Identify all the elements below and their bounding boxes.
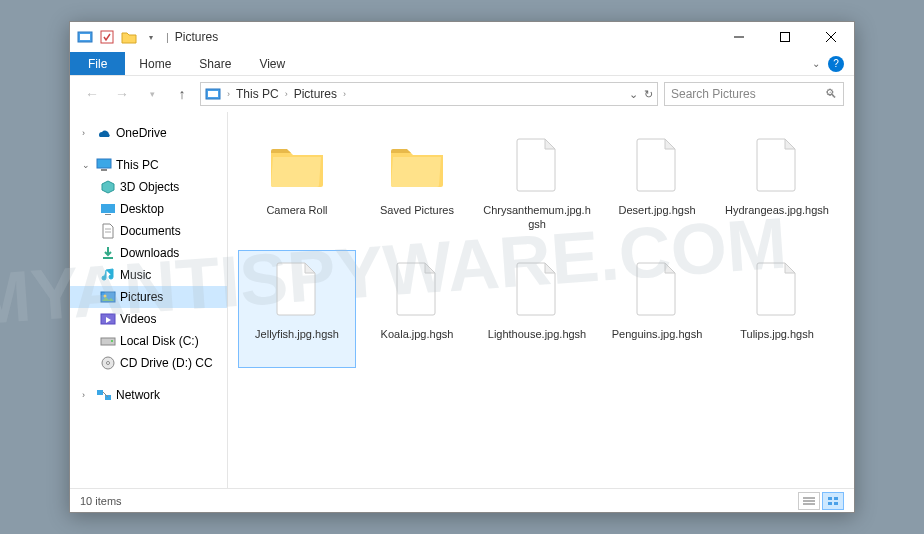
sidebar-item-network[interactable]: › Network xyxy=(70,384,227,406)
help-icon[interactable]: ? xyxy=(828,56,844,72)
ribbon-tab-view[interactable]: View xyxy=(245,52,299,75)
folder-item-saved-pictures[interactable]: Saved Pictures xyxy=(358,126,476,244)
addr-dropdown-icon[interactable]: ⌄ xyxy=(629,88,638,101)
window-title: Pictures xyxy=(175,30,218,44)
refresh-icon[interactable]: ↻ xyxy=(644,88,653,101)
ribbon-expand-icon[interactable]: ⌄ xyxy=(812,58,820,69)
sidebar-item-downloads[interactable]: Downloads xyxy=(70,242,227,264)
search-input[interactable]: Search Pictures 🔍︎ xyxy=(664,82,844,106)
item-label: Desert.jpg.hgsh xyxy=(618,203,695,217)
sidebar-item-desktop[interactable]: Desktop xyxy=(70,198,227,220)
statusbar: 10 items xyxy=(70,488,854,512)
svg-rect-11 xyxy=(101,204,115,213)
file-icon xyxy=(505,133,569,197)
svg-rect-23 xyxy=(97,390,103,395)
folder-qat-icon[interactable] xyxy=(120,28,138,46)
sidebar-label: This PC xyxy=(116,158,227,172)
sidebar-item-3d-objects[interactable]: 3D Objects xyxy=(70,176,227,198)
nav-recent-dropdown[interactable]: ▾ xyxy=(140,82,164,106)
file-icon xyxy=(625,133,689,197)
details-view-button[interactable] xyxy=(798,492,820,510)
sidebar-item-videos[interactable]: Videos xyxy=(70,308,227,330)
chevron-down-icon[interactable]: ⌄ xyxy=(82,160,92,170)
network-icon xyxy=(96,387,112,403)
chevron-icon[interactable]: › xyxy=(82,128,92,138)
sidebar-label: Pictures xyxy=(120,290,227,304)
properties-icon[interactable] xyxy=(98,28,116,46)
address-bar[interactable]: › This PC › Pictures › ⌄ ↻ xyxy=(200,82,658,106)
chevron-icon[interactable]: › xyxy=(82,390,92,400)
file-item-tulips-jpg-hgsh[interactable]: Tulips.jpg.hgsh xyxy=(718,250,836,368)
file-item-chrysanthemum-jpg-hgsh[interactable]: Chrysanthemum.jpg.hgsh xyxy=(478,126,596,244)
nav-up-button[interactable]: ↑ xyxy=(170,82,194,106)
addr-sep-2[interactable]: › xyxy=(341,89,348,99)
svg-rect-9 xyxy=(97,159,111,168)
icon-view-button[interactable] xyxy=(822,492,844,510)
status-item-count: 10 items xyxy=(80,495,122,507)
sidebar-label: Music xyxy=(120,268,227,282)
sidebar-label: Videos xyxy=(120,312,227,326)
titlebar: ▾ | Pictures xyxy=(70,22,854,52)
folder-type-icon xyxy=(100,223,116,239)
sidebar-item-onedrive[interactable]: › OneDrive xyxy=(70,122,227,144)
search-icon: 🔍︎ xyxy=(825,87,837,101)
ribbon-tab-home[interactable]: Home xyxy=(125,52,185,75)
sidebar-label: Downloads xyxy=(120,246,227,260)
body: › OneDrive ⌄ This PC 3D ObjectsDesktopDo… xyxy=(70,112,854,488)
sidebar-item-this-pc[interactable]: ⌄ This PC xyxy=(70,154,227,176)
sidebar-item-cd-drive-d-cc[interactable]: CD Drive (D:) CC xyxy=(70,352,227,374)
svg-point-20 xyxy=(111,340,113,342)
item-label: Jellyfish.jpg.hgsh xyxy=(255,327,339,341)
addr-sep-1[interactable]: › xyxy=(283,89,290,99)
qat-dropdown-icon[interactable]: ▾ xyxy=(142,28,160,46)
ribbon-file-tab[interactable]: File xyxy=(70,52,125,75)
navigation-bar: ← → ▾ ↑ › This PC › Pictures › ⌄ ↻ Searc… xyxy=(70,76,854,112)
item-label: Tulips.jpg.hgsh xyxy=(740,327,814,341)
pc-icon xyxy=(96,157,112,173)
folder-type-icon xyxy=(100,267,116,283)
file-item-lighthouse-jpg-hgsh[interactable]: Lighthouse.jpg.hgsh xyxy=(478,250,596,368)
svg-rect-24 xyxy=(105,395,111,400)
file-grid: Camera RollSaved PicturesChrysanthemum.j… xyxy=(238,126,844,368)
file-item-jellyfish-jpg-hgsh[interactable]: Jellyfish.jpg.hgsh xyxy=(238,250,356,368)
file-item-koala-jpg-hgsh[interactable]: Koala.jpg.hgsh xyxy=(358,250,476,368)
svg-rect-4 xyxy=(781,33,790,42)
nav-forward-button[interactable]: → xyxy=(110,82,134,106)
close-button[interactable] xyxy=(808,22,854,52)
svg-rect-2 xyxy=(101,31,113,43)
ribbon-tab-share[interactable]: Share xyxy=(185,52,245,75)
nav-back-button[interactable]: ← xyxy=(80,82,104,106)
sidebar-item-music[interactable]: Music xyxy=(70,264,227,286)
file-icon xyxy=(625,257,689,321)
title-separator: | xyxy=(166,31,169,43)
ribbon: File Home Share View ⌄ ? xyxy=(70,52,854,76)
item-label: Lighthouse.jpg.hgsh xyxy=(488,327,586,341)
sidebar-item-pictures[interactable]: Pictures xyxy=(70,286,227,308)
maximize-button[interactable] xyxy=(762,22,808,52)
addr-sep-0[interactable]: › xyxy=(225,89,232,99)
svg-rect-32 xyxy=(834,502,838,505)
file-icon xyxy=(385,257,449,321)
breadcrumb-pictures[interactable]: Pictures xyxy=(292,87,339,101)
svg-point-17 xyxy=(104,295,107,298)
folder-type-icon xyxy=(100,245,116,261)
file-item-hydrangeas-jpg-hgsh[interactable]: Hydrangeas.jpg.hgsh xyxy=(718,126,836,244)
svg-rect-30 xyxy=(834,497,838,500)
folder-type-icon xyxy=(100,289,116,305)
folder-type-icon xyxy=(100,201,116,217)
breadcrumb-this-pc[interactable]: This PC xyxy=(234,87,281,101)
svg-rect-19 xyxy=(101,338,115,345)
sidebar-label: CD Drive (D:) CC xyxy=(120,356,227,370)
sidebar-label: Desktop xyxy=(120,202,227,216)
folder-item-camera-roll[interactable]: Camera Roll xyxy=(238,126,356,244)
sidebar-item-documents[interactable]: Documents xyxy=(70,220,227,242)
file-item-penguins-jpg-hgsh[interactable]: Penguins.jpg.hgsh xyxy=(598,250,716,368)
item-label: Camera Roll xyxy=(266,203,327,217)
sidebar-item-local-disk-c-[interactable]: Local Disk (C:) xyxy=(70,330,227,352)
minimize-button[interactable] xyxy=(716,22,762,52)
folder-type-icon xyxy=(100,355,116,371)
window-controls xyxy=(716,22,854,52)
content-pane[interactable]: Camera RollSaved PicturesChrysanthemum.j… xyxy=(228,112,854,488)
file-icon xyxy=(745,133,809,197)
file-item-desert-jpg-hgsh[interactable]: Desert.jpg.hgsh xyxy=(598,126,716,244)
